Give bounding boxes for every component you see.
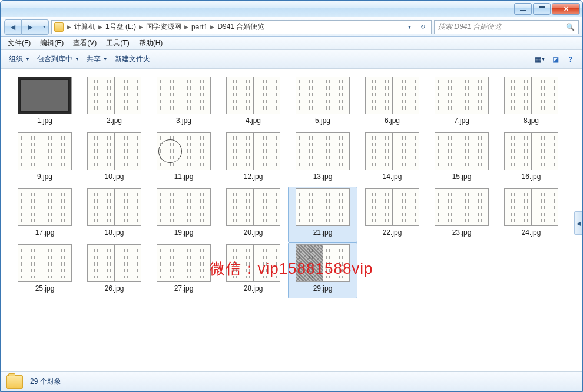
file-item[interactable]: 28.jpg [218,242,288,298]
file-item[interactable]: 3.jpg [149,75,218,131]
search-icon[interactable]: 🔍 [566,23,575,31]
file-item[interactable]: 10.jpg [80,131,149,187]
status-count: 29 个对象 [30,377,61,387]
breadcrumb-item[interactable]: 1号盘 (L:) [104,22,138,32]
file-item[interactable]: 12.jpg [218,131,288,187]
file-item[interactable]: 7.jpg [427,75,496,131]
file-item[interactable]: 11.jpg [149,131,218,187]
file-item[interactable]: 18.jpg [80,187,149,242]
minimize-button[interactable] [514,3,532,15]
file-item[interactable]: 14.jpg [357,131,427,187]
file-item[interactable]: 17.jpg [10,187,80,242]
file-thumbnail [365,132,419,170]
toolbar: 组织▼ 包含到库中▼ 共享▼ 新建文件夹 ▦ ▼ ◪ ? [1,50,582,69]
file-label: 19.jpg [174,228,194,237]
search-placeholder: 搜索 D941 合婚便览 [438,22,501,32]
menu-edit[interactable]: 编辑(E) [35,37,68,49]
file-item[interactable]: 5.jpg [288,75,357,131]
file-label: 8.jpg [524,117,539,125]
breadcrumb-item[interactable]: D941 合婚便览 [216,22,266,32]
file-label: 11.jpg [174,172,194,181]
file-item[interactable]: 20.jpg [218,187,288,242]
file-item[interactable]: 15.jpg [427,131,496,187]
navbar: ◄ ► ▾ ▶ 计算机 ▶ 1号盘 (L:) ▶ 国学资源网 ▶ part1 ▶… [1,17,582,37]
file-item[interactable]: 26.jpg [80,242,149,298]
statusbar: 29 个对象 [1,371,582,391]
file-label: 20.jpg [244,228,263,237]
file-item[interactable]: 9.jpg [10,131,80,187]
nav-back-button[interactable]: ◄ [4,19,22,35]
share-button[interactable]: 共享▼ [83,52,111,67]
window-controls [513,3,580,15]
file-item[interactable]: 4.jpg [218,75,288,131]
file-thumbnail [435,77,489,114]
file-thumbnail [504,77,558,114]
file-label: 28.jpg [244,284,263,293]
titlebar [1,1,582,17]
organize-button[interactable]: 组织▼ [5,52,34,67]
menu-help[interactable]: 帮助(H) [134,37,168,49]
file-thumbnail [296,132,350,170]
nav-forward-button[interactable]: ► [22,19,39,35]
file-label: 24.jpg [522,228,541,237]
file-label: 26.jpg [105,284,124,293]
file-thumbnail [87,188,141,226]
file-label: 3.jpg [176,117,191,125]
file-item[interactable]: 23.jpg [427,187,496,242]
file-item[interactable]: 24.jpg [496,187,566,242]
file-item[interactable]: 2.jpg [80,75,149,131]
breadcrumb-separator: ▶ [209,24,216,30]
view-options-button[interactable]: ▦ ▼ [533,53,547,66]
file-label: 14.jpg [383,172,402,181]
help-button[interactable]: ? [564,53,578,66]
breadcrumb-item[interactable]: 国学资源网 [144,22,183,32]
file-item[interactable]: 25.jpg [10,242,80,298]
file-thumbnail [435,188,489,226]
file-item[interactable]: 13.jpg [288,131,357,187]
file-item[interactable]: 21.jpg [288,187,357,242]
menubar: 文件(F) 编辑(E) 查看(V) 工具(T) 帮助(H) [1,37,582,50]
file-thumbnail [157,132,211,170]
content-pane[interactable]: 1.jpg2.jpg3.jpg4.jpg5.jpg6.jpg7.jpg8.jpg… [1,69,582,371]
file-item[interactable]: 29.jpg [288,242,357,298]
breadcrumb-item[interactable]: part1 [190,23,209,31]
file-item[interactable]: 22.jpg [357,187,427,242]
maximize-button[interactable] [533,3,551,15]
file-label: 16.jpg [522,172,541,181]
preview-pane-toggle[interactable]: ◀ [574,211,582,235]
menu-tools[interactable]: 工具(T) [101,37,134,49]
file-thumbnail [226,244,280,282]
close-button[interactable] [552,3,580,15]
address-dropdown[interactable]: ▾ [403,21,416,34]
search-input[interactable]: 搜索 D941 合婚便览 🔍 [434,20,579,34]
file-label: 17.jpg [35,228,55,237]
file-item[interactable]: 27.jpg [149,242,218,298]
address-bar[interactable]: ▶ 计算机 ▶ 1号盘 (L:) ▶ 国学资源网 ▶ part1 ▶ D941 … [51,20,432,34]
breadcrumb-separator: ▶ [183,24,190,30]
file-item[interactable]: 6.jpg [357,75,427,131]
file-thumbnail [18,244,72,282]
new-folder-button[interactable]: 新建文件夹 [111,52,154,67]
breadcrumb-item[interactable]: 计算机 [72,22,97,32]
file-item[interactable]: 16.jpg [496,131,566,187]
refresh-button[interactable]: ↻ [416,21,429,34]
file-label: 27.jpg [174,284,194,293]
file-label: 7.jpg [454,117,469,125]
file-thumbnail [226,77,280,114]
file-thumbnail [365,188,419,226]
file-item[interactable]: 19.jpg [149,187,218,242]
file-label: 5.jpg [315,117,330,125]
nav-history-dropdown[interactable]: ▾ [39,19,49,35]
preview-pane-button[interactable]: ◪ [548,53,562,66]
breadcrumb-separator: ▶ [138,24,144,30]
include-in-library-button[interactable]: 包含到库中▼ [34,52,83,67]
menu-view[interactable]: 查看(V) [68,37,101,49]
file-item[interactable]: 1.jpg [10,75,80,131]
menu-file[interactable]: 文件(F) [3,37,35,49]
file-label: 9.jpg [37,172,52,181]
file-thumbnail [157,244,211,282]
file-label: 2.jpg [107,117,122,125]
file-thumbnail [18,77,72,114]
file-thumbnail [504,132,558,170]
file-item[interactable]: 8.jpg [496,75,566,131]
